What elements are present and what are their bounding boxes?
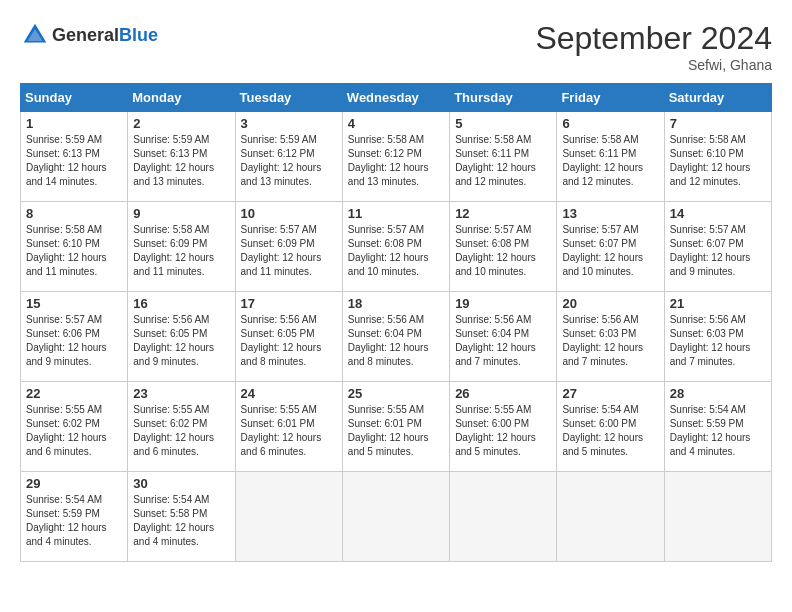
calendar-cell: 12 Sunrise: 5:57 AMSunset: 6:08 PMDaylig… — [450, 202, 557, 292]
calendar-cell: 29 Sunrise: 5:54 AMSunset: 5:59 PMDaylig… — [21, 472, 128, 562]
day-number: 1 — [26, 116, 122, 131]
calendar-cell — [557, 472, 664, 562]
day-info: Sunrise: 5:55 AMSunset: 6:02 PMDaylight:… — [26, 404, 107, 457]
day-info: Sunrise: 5:54 AMSunset: 5:59 PMDaylight:… — [670, 404, 751, 457]
day-info: Sunrise: 5:55 AMSunset: 6:00 PMDaylight:… — [455, 404, 536, 457]
day-info: Sunrise: 5:59 AMSunset: 6:13 PMDaylight:… — [133, 134, 214, 187]
header-monday: Monday — [128, 84, 235, 112]
day-number: 6 — [562, 116, 658, 131]
day-info: Sunrise: 5:57 AMSunset: 6:08 PMDaylight:… — [348, 224, 429, 277]
day-info: Sunrise: 5:54 AMSunset: 5:59 PMDaylight:… — [26, 494, 107, 547]
calendar-cell: 11 Sunrise: 5:57 AMSunset: 6:08 PMDaylig… — [342, 202, 449, 292]
day-number: 21 — [670, 296, 766, 311]
day-info: Sunrise: 5:58 AMSunset: 6:11 PMDaylight:… — [455, 134, 536, 187]
calendar-header-row: SundayMondayTuesdayWednesdayThursdayFrid… — [21, 84, 772, 112]
calendar-cell: 10 Sunrise: 5:57 AMSunset: 6:09 PMDaylig… — [235, 202, 342, 292]
day-number: 23 — [133, 386, 229, 401]
calendar-cell: 7 Sunrise: 5:58 AMSunset: 6:10 PMDayligh… — [664, 112, 771, 202]
calendar-cell: 15 Sunrise: 5:57 AMSunset: 6:06 PMDaylig… — [21, 292, 128, 382]
day-number: 11 — [348, 206, 444, 221]
calendar-cell: 9 Sunrise: 5:58 AMSunset: 6:09 PMDayligh… — [128, 202, 235, 292]
day-info: Sunrise: 5:56 AMSunset: 6:04 PMDaylight:… — [348, 314, 429, 367]
calendar-cell: 20 Sunrise: 5:56 AMSunset: 6:03 PMDaylig… — [557, 292, 664, 382]
day-info: Sunrise: 5:56 AMSunset: 6:05 PMDaylight:… — [133, 314, 214, 367]
day-number: 30 — [133, 476, 229, 491]
day-info: Sunrise: 5:58 AMSunset: 6:10 PMDaylight:… — [26, 224, 107, 277]
day-info: Sunrise: 5:59 AMSunset: 6:12 PMDaylight:… — [241, 134, 322, 187]
day-number: 9 — [133, 206, 229, 221]
calendar-cell: 24 Sunrise: 5:55 AMSunset: 6:01 PMDaylig… — [235, 382, 342, 472]
calendar-week-4: 22 Sunrise: 5:55 AMSunset: 6:02 PMDaylig… — [21, 382, 772, 472]
day-number: 16 — [133, 296, 229, 311]
day-info: Sunrise: 5:57 AMSunset: 6:08 PMDaylight:… — [455, 224, 536, 277]
calendar-cell: 14 Sunrise: 5:57 AMSunset: 6:07 PMDaylig… — [664, 202, 771, 292]
day-number: 27 — [562, 386, 658, 401]
calendar-cell: 17 Sunrise: 5:56 AMSunset: 6:05 PMDaylig… — [235, 292, 342, 382]
day-info: Sunrise: 5:58 AMSunset: 6:11 PMDaylight:… — [562, 134, 643, 187]
header-wednesday: Wednesday — [342, 84, 449, 112]
day-number: 4 — [348, 116, 444, 131]
logo: GeneralBlue — [20, 20, 158, 50]
calendar-cell: 19 Sunrise: 5:56 AMSunset: 6:04 PMDaylig… — [450, 292, 557, 382]
calendar-week-2: 8 Sunrise: 5:58 AMSunset: 6:10 PMDayligh… — [21, 202, 772, 292]
day-info: Sunrise: 5:55 AMSunset: 6:01 PMDaylight:… — [241, 404, 322, 457]
calendar-cell: 2 Sunrise: 5:59 AMSunset: 6:13 PMDayligh… — [128, 112, 235, 202]
day-number: 15 — [26, 296, 122, 311]
logo-text: GeneralBlue — [52, 25, 158, 46]
day-info: Sunrise: 5:57 AMSunset: 6:09 PMDaylight:… — [241, 224, 322, 277]
calendar-cell: 3 Sunrise: 5:59 AMSunset: 6:12 PMDayligh… — [235, 112, 342, 202]
calendar-cell: 25 Sunrise: 5:55 AMSunset: 6:01 PMDaylig… — [342, 382, 449, 472]
logo-blue: Blue — [119, 25, 158, 45]
header-saturday: Saturday — [664, 84, 771, 112]
day-info: Sunrise: 5:54 AMSunset: 6:00 PMDaylight:… — [562, 404, 643, 457]
calendar-cell: 6 Sunrise: 5:58 AMSunset: 6:11 PMDayligh… — [557, 112, 664, 202]
day-info: Sunrise: 5:56 AMSunset: 6:05 PMDaylight:… — [241, 314, 322, 367]
calendar-cell — [342, 472, 449, 562]
day-number: 10 — [241, 206, 337, 221]
calendar-table: SundayMondayTuesdayWednesdayThursdayFrid… — [20, 83, 772, 562]
calendar-cell: 21 Sunrise: 5:56 AMSunset: 6:03 PMDaylig… — [664, 292, 771, 382]
day-number: 3 — [241, 116, 337, 131]
day-info: Sunrise: 5:59 AMSunset: 6:13 PMDaylight:… — [26, 134, 107, 187]
calendar-cell: 16 Sunrise: 5:56 AMSunset: 6:05 PMDaylig… — [128, 292, 235, 382]
logo-general: General — [52, 25, 119, 45]
day-number: 20 — [562, 296, 658, 311]
calendar-cell: 5 Sunrise: 5:58 AMSunset: 6:11 PMDayligh… — [450, 112, 557, 202]
day-number: 29 — [26, 476, 122, 491]
title-area: September 2024 Sefwi, Ghana — [535, 20, 772, 73]
location: Sefwi, Ghana — [535, 57, 772, 73]
month-title: September 2024 — [535, 20, 772, 57]
day-info: Sunrise: 5:57 AMSunset: 6:07 PMDaylight:… — [670, 224, 751, 277]
day-number: 24 — [241, 386, 337, 401]
calendar-week-5: 29 Sunrise: 5:54 AMSunset: 5:59 PMDaylig… — [21, 472, 772, 562]
calendar-cell: 27 Sunrise: 5:54 AMSunset: 6:00 PMDaylig… — [557, 382, 664, 472]
day-info: Sunrise: 5:57 AMSunset: 6:07 PMDaylight:… — [562, 224, 643, 277]
header-friday: Friday — [557, 84, 664, 112]
calendar-cell: 26 Sunrise: 5:55 AMSunset: 6:00 PMDaylig… — [450, 382, 557, 472]
day-number: 25 — [348, 386, 444, 401]
day-info: Sunrise: 5:58 AMSunset: 6:09 PMDaylight:… — [133, 224, 214, 277]
day-number: 5 — [455, 116, 551, 131]
calendar-body: 1 Sunrise: 5:59 AMSunset: 6:13 PMDayligh… — [21, 112, 772, 562]
day-number: 7 — [670, 116, 766, 131]
header-thursday: Thursday — [450, 84, 557, 112]
calendar-cell: 13 Sunrise: 5:57 AMSunset: 6:07 PMDaylig… — [557, 202, 664, 292]
logo-icon — [20, 20, 50, 50]
day-number: 13 — [562, 206, 658, 221]
day-info: Sunrise: 5:58 AMSunset: 6:12 PMDaylight:… — [348, 134, 429, 187]
day-number: 12 — [455, 206, 551, 221]
calendar-week-3: 15 Sunrise: 5:57 AMSunset: 6:06 PMDaylig… — [21, 292, 772, 382]
day-number: 26 — [455, 386, 551, 401]
day-info: Sunrise: 5:56 AMSunset: 6:04 PMDaylight:… — [455, 314, 536, 367]
day-number: 2 — [133, 116, 229, 131]
calendar-cell: 4 Sunrise: 5:58 AMSunset: 6:12 PMDayligh… — [342, 112, 449, 202]
day-info: Sunrise: 5:57 AMSunset: 6:06 PMDaylight:… — [26, 314, 107, 367]
calendar-cell: 18 Sunrise: 5:56 AMSunset: 6:04 PMDaylig… — [342, 292, 449, 382]
page-header: GeneralBlue September 2024 Sefwi, Ghana — [20, 20, 772, 73]
day-info: Sunrise: 5:56 AMSunset: 6:03 PMDaylight:… — [562, 314, 643, 367]
day-info: Sunrise: 5:55 AMSunset: 6:02 PMDaylight:… — [133, 404, 214, 457]
calendar-cell: 28 Sunrise: 5:54 AMSunset: 5:59 PMDaylig… — [664, 382, 771, 472]
calendar-cell: 22 Sunrise: 5:55 AMSunset: 6:02 PMDaylig… — [21, 382, 128, 472]
header-tuesday: Tuesday — [235, 84, 342, 112]
header-sunday: Sunday — [21, 84, 128, 112]
